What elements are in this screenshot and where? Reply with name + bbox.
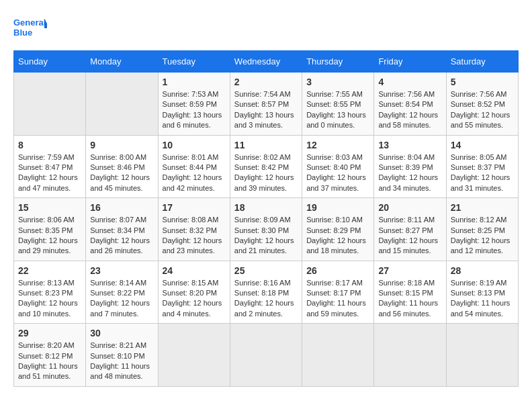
sunset-label: Sunset: 8:55 PM bbox=[306, 100, 361, 108]
daylight-label: Daylight: 12 hours and 2 minutes. bbox=[234, 299, 294, 317]
sunset-label: Sunset: 8:46 PM bbox=[90, 163, 144, 171]
calendar-day: 22 Sunrise: 8:13 AM Sunset: 8:23 PM Dayl… bbox=[14, 261, 86, 324]
sunset-label: Sunset: 8:39 PM bbox=[378, 163, 433, 171]
calendar-day: 30 Sunrise: 8:21 AM Sunset: 8:10 PM Dayl… bbox=[86, 324, 158, 387]
day-number: 5 bbox=[451, 77, 514, 87]
day-info: Sunrise: 7:56 AM Sunset: 8:52 PM Dayligh… bbox=[451, 89, 514, 131]
daylight-label: Daylight: 12 hours and 21 minutes. bbox=[234, 236, 294, 255]
header-day: Monday bbox=[86, 51, 158, 73]
calendar-day: 8 Sunrise: 7:59 AM Sunset: 8:47 PM Dayli… bbox=[14, 135, 86, 198]
day-info: Sunrise: 8:17 AM Sunset: 8:17 PM Dayligh… bbox=[306, 278, 369, 320]
sunrise-label: Sunrise: 7:53 AM bbox=[163, 90, 219, 98]
day-number: 11 bbox=[234, 140, 298, 150]
header-row: SundayMondayTuesdayWednesdayThursdayFrid… bbox=[14, 51, 519, 73]
day-info: Sunrise: 8:09 AM Sunset: 8:30 PM Dayligh… bbox=[234, 215, 298, 257]
day-info: Sunrise: 8:15 AM Sunset: 8:20 PM Dayligh… bbox=[163, 278, 226, 320]
daylight-label: Daylight: 12 hours and 29 minutes. bbox=[18, 236, 78, 255]
header-day: Tuesday bbox=[158, 51, 230, 73]
day-number: 8 bbox=[18, 140, 81, 150]
daylight-label: Daylight: 12 hours and 47 minutes. bbox=[18, 173, 78, 191]
svg-text:General: General bbox=[13, 17, 46, 28]
svg-text:Blue: Blue bbox=[13, 28, 32, 38]
daylight-label: Daylight: 11 hours and 48 minutes. bbox=[90, 362, 150, 380]
sunrise-label: Sunrise: 8:13 AM bbox=[18, 279, 75, 287]
day-info: Sunrise: 8:13 AM Sunset: 8:23 PM Dayligh… bbox=[18, 278, 81, 320]
daylight-label: Daylight: 11 hours and 51 minutes. bbox=[18, 362, 78, 380]
calendar-day bbox=[86, 73, 158, 136]
calendar-day bbox=[230, 324, 302, 387]
day-info: Sunrise: 8:12 AM Sunset: 8:25 PM Dayligh… bbox=[451, 215, 514, 257]
day-info: Sunrise: 7:53 AM Sunset: 8:59 PM Dayligh… bbox=[163, 89, 226, 131]
calendar-day: 3 Sunrise: 7:55 AM Sunset: 8:55 PM Dayli… bbox=[302, 73, 374, 136]
day-info: Sunrise: 8:03 AM Sunset: 8:40 PM Dayligh… bbox=[306, 152, 369, 194]
daylight-label: Daylight: 12 hours and 45 minutes. bbox=[90, 173, 150, 191]
day-number: 20 bbox=[378, 202, 441, 213]
day-info: Sunrise: 8:06 AM Sunset: 8:35 PM Dayligh… bbox=[18, 215, 81, 257]
daylight-label: Daylight: 12 hours and 39 minutes. bbox=[234, 173, 294, 191]
daylight-label: Daylight: 12 hours and 55 minutes. bbox=[451, 111, 511, 129]
calendar-day: 25 Sunrise: 8:16 AM Sunset: 8:18 PM Dayl… bbox=[230, 261, 302, 324]
daylight-label: Daylight: 13 hours and 6 minutes. bbox=[163, 111, 222, 129]
sunrise-label: Sunrise: 8:04 AM bbox=[378, 153, 435, 161]
calendar-day: 10 Sunrise: 8:01 AM Sunset: 8:44 PM Dayl… bbox=[158, 135, 230, 198]
day-info: Sunrise: 8:07 AM Sunset: 8:34 PM Dayligh… bbox=[90, 215, 153, 257]
calendar-day: 16 Sunrise: 8:07 AM Sunset: 8:34 PM Dayl… bbox=[86, 198, 158, 261]
calendar-table: SundayMondayTuesdayWednesdayThursdayFrid… bbox=[13, 50, 519, 387]
day-number: 18 bbox=[234, 202, 298, 213]
day-number: 21 bbox=[451, 202, 514, 213]
logo-svg: General Blue bbox=[13, 13, 47, 44]
day-number: 9 bbox=[90, 140, 153, 150]
day-number: 22 bbox=[18, 265, 81, 276]
calendar-day: 21 Sunrise: 8:12 AM Sunset: 8:25 PM Dayl… bbox=[446, 198, 518, 261]
sunrise-label: Sunrise: 8:15 AM bbox=[163, 279, 219, 287]
daylight-label: Daylight: 13 hours and 0 minutes. bbox=[306, 111, 366, 129]
day-number: 3 bbox=[306, 77, 369, 87]
calendar-day bbox=[14, 73, 86, 136]
sunset-label: Sunset: 8:15 PM bbox=[378, 289, 433, 297]
sunrise-label: Sunrise: 8:06 AM bbox=[18, 216, 75, 224]
day-number: 28 bbox=[451, 265, 514, 276]
calendar-day: 18 Sunrise: 8:09 AM Sunset: 8:30 PM Dayl… bbox=[230, 198, 302, 261]
sunrise-label: Sunrise: 8:19 AM bbox=[451, 279, 507, 287]
day-info: Sunrise: 8:16 AM Sunset: 8:18 PM Dayligh… bbox=[234, 278, 298, 320]
sunset-label: Sunset: 8:18 PM bbox=[234, 289, 289, 297]
sunset-label: Sunset: 8:10 PM bbox=[90, 352, 144, 360]
day-number: 13 bbox=[378, 140, 441, 150]
sunrise-label: Sunrise: 8:07 AM bbox=[90, 216, 146, 224]
sunset-label: Sunset: 8:44 PM bbox=[163, 163, 217, 171]
calendar-day: 14 Sunrise: 8:05 AM Sunset: 8:37 PM Dayl… bbox=[446, 135, 518, 198]
sunrise-label: Sunrise: 7:54 AM bbox=[234, 90, 291, 98]
sunrise-label: Sunrise: 8:14 AM bbox=[90, 279, 146, 287]
day-info: Sunrise: 7:56 AM Sunset: 8:54 PM Dayligh… bbox=[378, 89, 441, 131]
daylight-label: Daylight: 11 hours and 54 minutes. bbox=[451, 299, 511, 317]
header-day: Wednesday bbox=[230, 51, 302, 73]
sunrise-label: Sunrise: 8:12 AM bbox=[451, 216, 507, 224]
sunrise-label: Sunrise: 8:18 AM bbox=[378, 279, 435, 287]
calendar-week: 8 Sunrise: 7:59 AM Sunset: 8:47 PM Dayli… bbox=[14, 135, 519, 198]
daylight-label: Daylight: 12 hours and 23 minutes. bbox=[163, 236, 222, 255]
day-info: Sunrise: 8:11 AM Sunset: 8:27 PM Dayligh… bbox=[378, 215, 441, 257]
calendar-day: 23 Sunrise: 8:14 AM Sunset: 8:22 PM Dayl… bbox=[86, 261, 158, 324]
daylight-label: Daylight: 12 hours and 18 minutes. bbox=[306, 236, 366, 255]
day-number: 17 bbox=[163, 202, 226, 213]
calendar-day: 20 Sunrise: 8:11 AM Sunset: 8:27 PM Dayl… bbox=[374, 198, 446, 261]
calendar-day: 17 Sunrise: 8:08 AM Sunset: 8:32 PM Dayl… bbox=[158, 198, 230, 261]
calendar-day: 2 Sunrise: 7:54 AM Sunset: 8:57 PM Dayli… bbox=[230, 73, 302, 136]
calendar-day bbox=[158, 324, 230, 387]
calendar-day bbox=[374, 324, 446, 387]
sunset-label: Sunset: 8:37 PM bbox=[451, 163, 505, 171]
calendar-day: 26 Sunrise: 8:17 AM Sunset: 8:17 PM Dayl… bbox=[302, 261, 374, 324]
daylight-label: Daylight: 12 hours and 37 minutes. bbox=[306, 173, 366, 191]
daylight-label: Daylight: 11 hours and 56 minutes. bbox=[378, 299, 438, 317]
day-info: Sunrise: 8:14 AM Sunset: 8:22 PM Dayligh… bbox=[90, 278, 153, 320]
day-info: Sunrise: 8:19 AM Sunset: 8:13 PM Dayligh… bbox=[451, 278, 514, 320]
logo: General Blue bbox=[13, 13, 47, 44]
day-info: Sunrise: 7:59 AM Sunset: 8:47 PM Dayligh… bbox=[18, 152, 81, 194]
calendar-day: 15 Sunrise: 8:06 AM Sunset: 8:35 PM Dayl… bbox=[14, 198, 86, 261]
day-number: 16 bbox=[90, 202, 153, 213]
day-number: 29 bbox=[18, 328, 81, 338]
sunrise-label: Sunrise: 8:21 AM bbox=[90, 341, 146, 349]
calendar-week: 22 Sunrise: 8:13 AM Sunset: 8:23 PM Dayl… bbox=[14, 261, 519, 324]
sunrise-label: Sunrise: 8:09 AM bbox=[234, 216, 291, 224]
calendar-day: 11 Sunrise: 8:02 AM Sunset: 8:42 PM Dayl… bbox=[230, 135, 302, 198]
